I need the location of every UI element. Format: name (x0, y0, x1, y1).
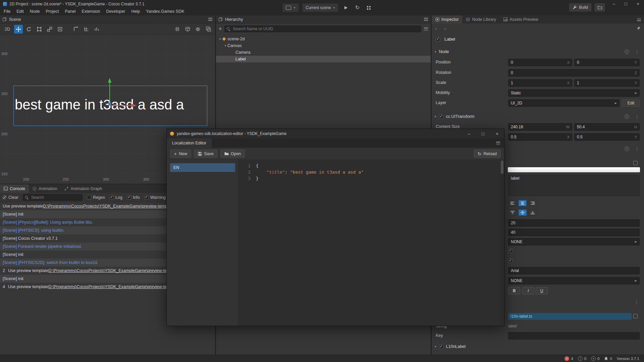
more-options-icon[interactable]: ⋮ (634, 300, 639, 305)
node-section-header[interactable]: ▾ Node ? ⋮ (432, 48, 644, 56)
fail-counter[interactable]: × 0 (591, 356, 599, 361)
scale-y-field[interactable]: 1Y (574, 79, 640, 87)
save-button[interactable]: Save (194, 149, 218, 158)
valign-bottom-button[interactable] (528, 209, 537, 216)
menu-panel[interactable]: Panel (62, 8, 79, 15)
align-left-button[interactable] (508, 200, 517, 207)
scene-select[interactable]: Current scene (302, 3, 338, 12)
window-close-button[interactable]: × (490, 129, 504, 138)
create-node-button[interactable]: + (219, 26, 222, 32)
valign-top-button[interactable] (508, 209, 517, 216)
snap-grid-button[interactable] (82, 25, 91, 34)
tab-animation[interactable]: Animation (29, 184, 61, 193)
menu-yandex-games-sdk[interactable]: Yandex.Games SDK (143, 8, 187, 15)
notification-counter[interactable]: 0 (604, 357, 612, 361)
menu-help[interactable]: Help (128, 8, 143, 15)
font-size-field[interactable]: 20 (508, 219, 640, 227)
menu-edit[interactable]: Edit (13, 8, 27, 15)
localization-menu-icon[interactable] (496, 142, 500, 145)
collapse-arrow-icon[interactable]: ▾ (435, 345, 436, 348)
underline-button[interactable]: U (536, 287, 548, 295)
localization-window-titlebar[interactable]: yandex-games-sdk.localization-editor - Y… (167, 129, 504, 138)
italic-button[interactable]: I (522, 287, 534, 295)
tab-console[interactable]: Console (0, 184, 29, 193)
snap-rotate-button[interactable] (72, 25, 80, 34)
inspector-menu-icon[interactable] (637, 18, 641, 21)
hierarchy-search-input[interactable] (232, 26, 419, 32)
script-asset-field[interactable]: l10n-label.ts (508, 313, 632, 320)
build-button[interactable]: Build (569, 3, 592, 12)
scrollbar-thumb[interactable] (501, 161, 503, 174)
layer-edit-button[interactable]: Edit (622, 99, 640, 107)
collapse-arrow-icon[interactable]: ▾ (435, 115, 436, 118)
minimize-button[interactable]: – (608, 0, 620, 8)
more-options-icon[interactable]: ⋮ (635, 114, 639, 119)
filter-log[interactable]: Log (109, 195, 122, 200)
regex-checkbox[interactable] (87, 195, 91, 199)
info-checkbox[interactable] (127, 195, 131, 199)
warning-checkbox[interactable] (144, 195, 149, 199)
error-counter[interactable]: ! 4 (565, 356, 573, 361)
scale-tool-button[interactable] (45, 25, 54, 34)
language-item-en[interactable]: EN (170, 163, 235, 172)
anchor-y-field[interactable]: 0.5Y (574, 133, 640, 141)
tree-node-canvas[interactable]: ▾ Canvas (216, 42, 431, 49)
align-center-button[interactable] (518, 200, 527, 207)
tree-node-scene-2d[interactable]: ▾ scene-2d (216, 36, 431, 42)
position-x-field[interactable]: 0X (508, 59, 572, 66)
key-input[interactable] (508, 332, 640, 340)
hierarchy-list-options-icon[interactable] (424, 28, 428, 31)
expand-arrow-icon[interactable]: ▾ (223, 44, 227, 47)
transform-gizmo[interactable] (83, 75, 140, 109)
scale-x-field[interactable]: 1X (508, 79, 572, 87)
maximize-button[interactable]: □ (620, 0, 632, 8)
tab-assets-preview[interactable]: Assets Preview (500, 15, 542, 24)
more-options-icon[interactable]: ⋮ (635, 49, 639, 54)
expand-arrow-icon[interactable]: ▾ (218, 37, 222, 41)
content-width-field[interactable]: 240.16W (508, 123, 572, 131)
tree-node-label[interactable]: Label (216, 56, 431, 62)
info-counter[interactable]: i 0 (578, 356, 586, 361)
window-minimize-button[interactable]: – (462, 129, 476, 138)
cache-mode-select[interactable]: NONE (508, 277, 640, 284)
node-active-checkbox[interactable] (436, 37, 440, 41)
reload-preview-button[interactable]: ↻ (353, 4, 361, 12)
overflow-select[interactable]: NONE (508, 238, 640, 245)
rotate-tool-button[interactable] (24, 25, 33, 34)
tab-node-library[interactable]: Node Library (462, 15, 500, 24)
help-icon[interactable]: ? (625, 114, 629, 119)
grid-visibility-button[interactable] (173, 25, 181, 34)
play-button[interactable] (342, 4, 350, 12)
menu-project[interactable]: Project (43, 8, 62, 15)
anchor-x-field[interactable]: 0.5X (508, 133, 572, 141)
mobility-select[interactable]: Static (508, 89, 640, 97)
menu-node[interactable]: Node (27, 8, 43, 15)
align-right-button[interactable] (528, 200, 537, 207)
label-string-textarea[interactable]: label (508, 175, 640, 196)
close-button[interactable]: × (632, 0, 644, 8)
scene-settings-button[interactable] (194, 25, 202, 34)
snap-settings-button[interactable] (93, 25, 101, 34)
rect-tool-button[interactable] (35, 25, 44, 34)
label-option-checkbox[interactable] (508, 259, 513, 263)
position-y-field[interactable]: 0Y (574, 59, 640, 66)
tab-inspector[interactable]: Inspector (432, 15, 462, 24)
asset-picker-icon[interactable] (633, 161, 638, 165)
valign-middle-button[interactable] (518, 209, 527, 216)
preview-target-select[interactable] (282, 3, 299, 12)
uitransform-section-header[interactable]: ▾ cc.UITransform ? ⋮ (432, 112, 644, 121)
tree-node-camera[interactable]: Camera (216, 49, 431, 56)
rotation-z-field[interactable]: 0Z (508, 69, 640, 77)
help-icon[interactable]: ? (625, 49, 629, 54)
label-option-checkbox[interactable] (508, 248, 513, 253)
l10nlabel-section-header[interactable]: ▾ L10nLabel (432, 343, 644, 351)
clear-console-button[interactable]: Clear (3, 195, 18, 200)
view-2d-toggle[interactable]: 2D (2, 25, 12, 34)
bold-button[interactable]: B (508, 287, 520, 295)
line-height-field[interactable]: 40 (508, 229, 640, 236)
open-project-folder-button[interactable] (594, 3, 605, 12)
filter-warning[interactable]: Warning (144, 195, 166, 200)
uitransform-enabled-checkbox[interactable] (439, 115, 443, 119)
menu-developer[interactable]: Developer (103, 8, 128, 15)
collapse-arrow-icon[interactable]: ▾ (435, 50, 436, 53)
